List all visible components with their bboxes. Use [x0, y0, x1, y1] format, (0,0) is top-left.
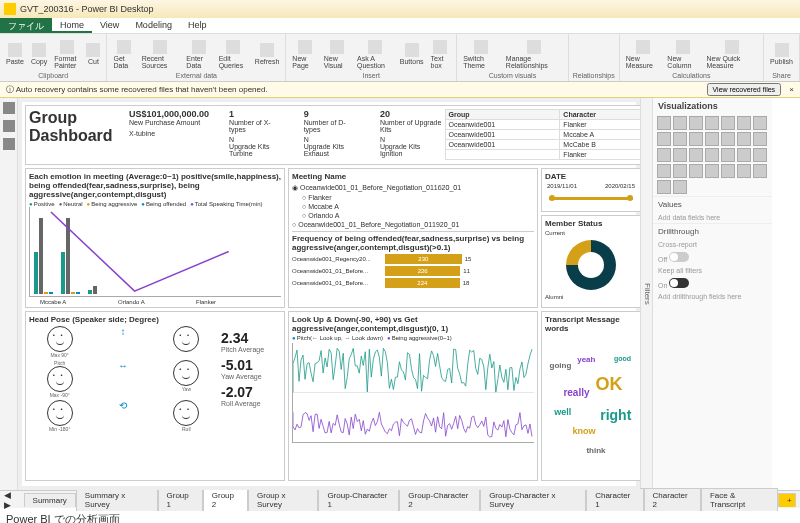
ribbon-ask-a-question[interactable]: Ask A Question	[355, 36, 395, 72]
viz-type-icon[interactable]	[689, 164, 703, 178]
viz-type-icon[interactable]	[657, 116, 671, 130]
ribbon-refresh[interactable]: Refresh	[253, 36, 282, 72]
tab-view[interactable]: View	[92, 18, 127, 33]
meeting-item[interactable]: Mccabe A	[292, 202, 534, 211]
viz-type-icon[interactable]	[673, 132, 687, 146]
page-tab[interactable]: Group-Character 1	[318, 488, 399, 511]
infobar-close-icon[interactable]: ×	[789, 85, 794, 94]
ribbon-edit-queries[interactable]: Edit Queries	[217, 36, 250, 72]
ribbon-buttons[interactable]: Buttons	[398, 36, 426, 72]
page-tab[interactable]: Group 1	[158, 488, 203, 511]
viz-icons[interactable]	[653, 114, 772, 196]
keep-toggle[interactable]	[669, 278, 689, 288]
page-tab[interactable]: Group-Character 2	[399, 488, 480, 511]
viz-type-icon[interactable]	[721, 132, 735, 146]
meeting-tile[interactable]: Meeting Name Oceanwide001_01_Before_Nego…	[288, 168, 538, 308]
ribbon-new-quick-measure[interactable]: New Quick Measure	[705, 36, 760, 72]
add-page-button[interactable]: +	[778, 493, 796, 507]
member-tile[interactable]: Member Status Current Alumni	[541, 215, 640, 308]
page-tab[interactable]: Summary	[24, 493, 76, 507]
page-tab[interactable]: Group 2	[203, 488, 248, 511]
ribbon-new-visual[interactable]: New Visual	[322, 36, 352, 72]
viz-type-icon[interactable]	[737, 164, 751, 178]
page-tab[interactable]: Character 2	[644, 488, 701, 511]
meeting-item[interactable]: Oceanwide001_01_Before_Negotiation_01162…	[292, 183, 534, 193]
transcript-tile[interactable]: Transcript Message words OKrightreallykn…	[541, 311, 640, 481]
ribbon-recent-sources[interactable]: Recent Sources	[140, 36, 182, 72]
ribbon-new-page[interactable]: New Page	[290, 36, 318, 72]
viz-type-icon[interactable]	[705, 116, 719, 130]
member-alumni: Alumni	[545, 294, 563, 300]
recovery-infobar: ⓘ Auto recovery contains some recovered …	[0, 82, 800, 98]
date-slider[interactable]	[549, 197, 633, 200]
ribbon-paste[interactable]: Paste	[4, 36, 26, 72]
lookup-tile[interactable]: Look Up & Down(-90, +90) vs Get aggressi…	[288, 311, 538, 481]
viz-type-icon[interactable]	[657, 132, 671, 146]
group-table[interactable]: GroupCharacterAgreed or NotOceanwide001F…	[445, 109, 641, 161]
viz-type-icon[interactable]	[689, 116, 703, 130]
page-tab[interactable]: Group-Character x Survey	[480, 488, 586, 511]
viz-type-icon[interactable]	[689, 132, 703, 146]
ribbon-cut[interactable]: Cut	[84, 36, 102, 72]
page-tab[interactable]: Character 1	[586, 488, 643, 511]
viz-type-icon[interactable]	[705, 164, 719, 178]
ribbon-switch-theme[interactable]: Switch Theme	[461, 36, 501, 72]
viz-type-icon[interactable]	[673, 116, 687, 130]
report-canvas[interactable]: Group Dashboard US$101,000,000.00 New Pu…	[18, 98, 640, 490]
meeting-item[interactable]: Oceanwide001_01_Before_Negotiation_01192…	[292, 220, 534, 229]
model-view-icon[interactable]	[3, 138, 15, 150]
viz-type-icon[interactable]	[721, 116, 735, 130]
data-view-icon[interactable]	[3, 120, 15, 132]
viz-type-icon[interactable]	[737, 132, 751, 146]
tab-help[interactable]: Help	[180, 18, 215, 33]
viz-type-icon[interactable]	[673, 148, 687, 162]
drill-hint[interactable]: Add drillthrough fields here	[653, 291, 772, 302]
frequency-tile[interactable]: Frequency of being offended(fear,sadness…	[292, 231, 534, 304]
viz-type-icon[interactable]	[737, 116, 751, 130]
view-recovered-button[interactable]: View recovered files	[707, 83, 782, 96]
tab-home[interactable]: Home	[52, 18, 92, 33]
page-tab[interactable]: Summary x Survey	[76, 488, 158, 511]
ribbon-manage-relationships[interactable]: Manage Relationships	[504, 36, 564, 72]
meeting-item[interactable]: Flanker	[292, 193, 534, 202]
viz-type-icon[interactable]	[753, 148, 767, 162]
viz-type-icon[interactable]	[753, 116, 767, 130]
page-tab[interactable]: Group x Survey	[248, 488, 318, 511]
date-tile[interactable]: DATE 2019/11/01 2020/02/15	[541, 168, 640, 212]
headpose-tile[interactable]: Head Pose (Speaker side; Degree) Max 90°…	[25, 311, 285, 481]
report-view-icon[interactable]	[3, 102, 15, 114]
ribbon-format-painter[interactable]: Format Painter	[52, 36, 81, 72]
page-tab[interactable]: Face & Transcript	[701, 488, 778, 511]
viz-type-icon[interactable]	[657, 148, 671, 162]
ribbon-enter-data[interactable]: Enter Data	[184, 36, 213, 72]
viz-type-icon[interactable]	[705, 148, 719, 162]
viz-values-hint[interactable]: Add data fields here	[653, 212, 772, 223]
viz-type-icon[interactable]	[721, 148, 735, 162]
ribbon-publish[interactable]: Publish	[768, 36, 795, 72]
header-tile: Group Dashboard US$101,000,000.00 New Pu…	[25, 105, 640, 165]
ribbon-new-column[interactable]: New Column	[665, 36, 701, 72]
viz-type-icon[interactable]	[673, 164, 687, 178]
lookup-legend-0: Pitch(← Look up, → Look down)	[292, 335, 383, 341]
viz-type-icon[interactable]	[689, 148, 703, 162]
tab-modeling[interactable]: Modeling	[127, 18, 180, 33]
ribbon-get-data[interactable]: Get Data	[111, 36, 136, 72]
ribbon-copy[interactable]: Copy	[29, 36, 49, 72]
tab-file[interactable]: ファイル	[0, 18, 52, 33]
viz-type-icon[interactable]	[721, 164, 735, 178]
viz-type-icon[interactable]	[753, 132, 767, 146]
viz-type-icon[interactable]	[657, 180, 671, 194]
meeting-list[interactable]: Oceanwide001_01_Before_Negotiation_01162…	[292, 183, 534, 229]
viz-type-icon[interactable]	[737, 148, 751, 162]
ribbon-new-measure[interactable]: New Measure	[624, 36, 663, 72]
cross-toggle[interactable]	[669, 252, 689, 262]
viz-type-icon[interactable]	[657, 164, 671, 178]
viz-type-icon[interactable]	[753, 164, 767, 178]
ribbon-text-box[interactable]: Text box	[429, 36, 453, 72]
emotion-tile[interactable]: Each emotion in meeting (Average:0~1) po…	[25, 168, 285, 308]
lookup-legend-1: Being aggressive(0~1)	[387, 335, 452, 341]
meeting-item[interactable]: Orlando A	[292, 211, 534, 220]
viz-type-icon[interactable]	[705, 132, 719, 146]
viz-type-icon[interactable]	[673, 180, 687, 194]
filters-pane-collapsed[interactable]: Filters	[640, 98, 652, 490]
